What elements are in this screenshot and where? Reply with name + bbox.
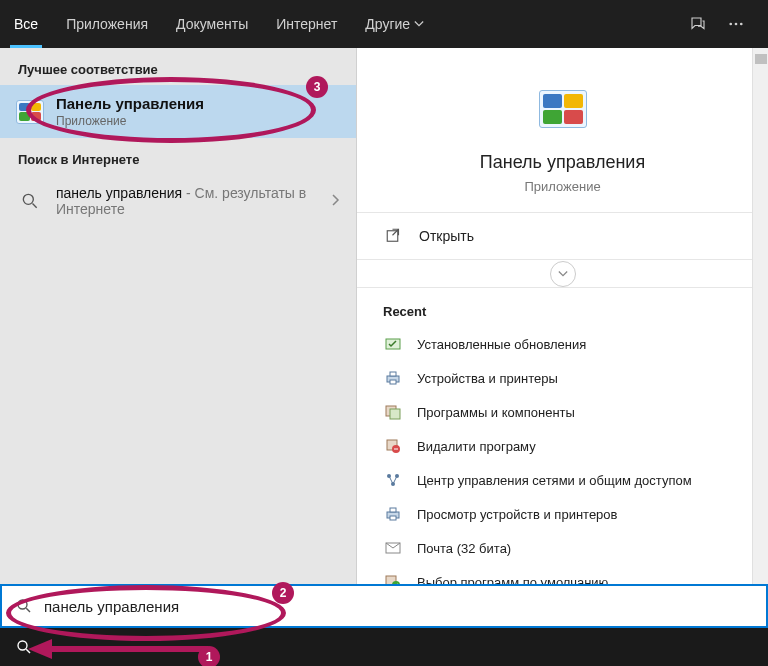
mail-icon [383,538,403,558]
recent-item-devices[interactable]: Устройства и принтеры [357,361,768,395]
recent-header: Recent [357,288,768,327]
result-title: Панель управления [56,95,342,112]
chevron-right-icon [330,192,342,210]
search-icon [12,594,36,618]
taskbar-search-icon[interactable] [4,628,44,666]
svg-line-27 [26,649,30,653]
taskbar [0,628,768,666]
chevron-down-icon [550,261,576,287]
svg-line-25 [26,608,30,612]
network-icon [383,470,403,490]
recent-label: Видалити програму [417,439,536,454]
search-header: Все Приложения Документы Интернет Другие [0,0,768,48]
preview-title: Панель управления [381,152,744,173]
tab-documents[interactable]: Документы [162,0,262,48]
best-match-header: Лучшее соответствие [0,48,356,85]
open-action[interactable]: Открыть [357,213,768,259]
updates-icon [383,334,403,354]
control-panel-icon [14,96,46,128]
control-panel-icon [534,80,592,138]
recent-item-uninstall[interactable]: Видалити програму [357,429,768,463]
result-subtitle: Приложение [56,114,342,128]
recent-label: Установленные обновления [417,337,586,352]
uninstall-icon [383,436,403,456]
expand-actions[interactable] [357,260,768,288]
svg-point-1 [735,23,738,26]
search-body: Лучшее соответствие Панель управления Пр… [0,48,768,604]
svg-rect-20 [390,516,396,520]
preview-panel: Панель управления Приложение Открыть Rec… [356,48,768,604]
filter-tabs: Все Приложения Документы Интернет Другие [0,0,682,48]
svg-line-4 [33,204,37,208]
results-panel: Лучшее соответствие Панель управления Пр… [0,48,356,604]
svg-point-24 [18,600,27,609]
result-web-search[interactable]: панель управления - См. результаты в Инт… [0,175,356,227]
recent-item-network[interactable]: Центр управления сетями и общим доступом [357,463,768,497]
svg-point-26 [18,641,27,650]
search-icon [14,185,46,217]
svg-rect-19 [390,508,396,512]
chevron-down-icon [414,16,424,32]
search-box[interactable] [0,584,768,628]
header-actions [682,0,760,48]
printer-icon [383,504,403,524]
recent-label: Устройства и принтеры [417,371,558,386]
recent-label: Просмотр устройств и принтеров [417,507,617,522]
result-control-panel[interactable]: Панель управления Приложение [0,85,356,138]
scrollbar[interactable] [752,48,768,604]
feedback-icon[interactable] [682,8,714,40]
recent-item-mail[interactable]: Почта (32 бита) [357,531,768,565]
svg-point-2 [740,23,743,26]
svg-point-0 [729,23,732,26]
programs-icon [383,402,403,422]
web-search-header: Поиск в Интернете [0,138,356,175]
tab-apps[interactable]: Приложения [52,0,162,48]
svg-rect-14 [394,449,398,450]
recent-item-programs[interactable]: Программы и компоненты [357,395,768,429]
recent-label: Программы и компоненты [417,405,575,420]
web-result-text: панель управления - См. результаты в Инт… [56,185,330,217]
open-icon [383,225,405,247]
svg-rect-9 [390,380,396,384]
recent-label: Центр управления сетями и общим доступом [417,473,692,488]
recent-item-view-devices[interactable]: Просмотр устройств и принтеров [357,497,768,531]
search-input[interactable] [44,598,756,615]
svg-point-3 [23,194,33,204]
tab-web[interactable]: Интернет [262,0,351,48]
svg-rect-8 [390,372,396,376]
recent-label: Почта (32 бита) [417,541,511,556]
open-label: Открыть [419,228,474,244]
svg-rect-11 [390,409,400,419]
recent-item-updates[interactable]: Установленные обновления [357,327,768,361]
tab-all[interactable]: Все [0,0,52,48]
more-icon[interactable] [720,8,752,40]
printer-icon [383,368,403,388]
tab-more[interactable]: Другие [351,0,438,48]
preview-subtitle: Приложение [381,179,744,194]
